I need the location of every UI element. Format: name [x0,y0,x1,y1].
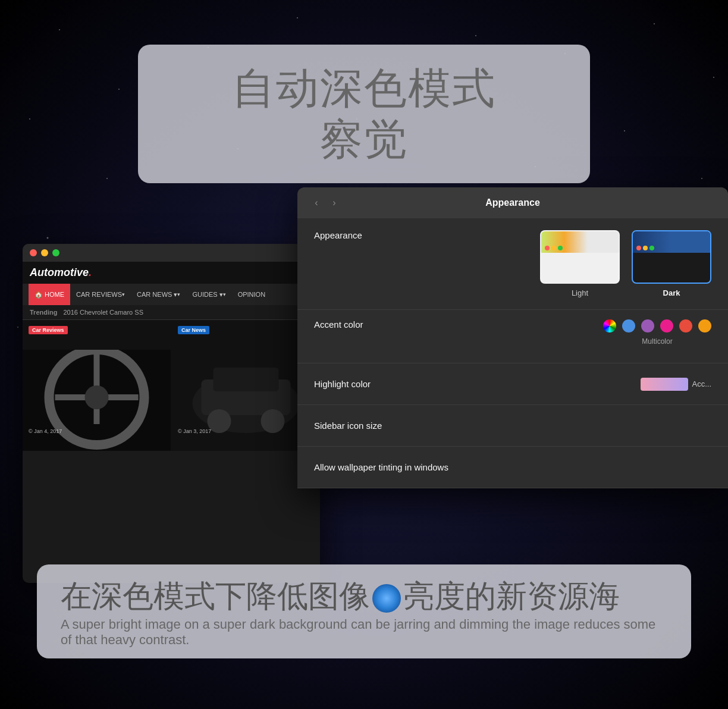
panel-title: Appearance [485,197,540,208]
logo-dot: . [89,266,92,278]
thumb-dot-red2 [636,246,641,250]
card-badge-1: Car Reviews [29,326,68,334]
thumb-dot-yellow2 [643,246,648,250]
svg-point-11 [261,409,285,433]
panel-titlebar: ‹ › Appearance [297,187,728,218]
automotive-nav: Automotive. [23,262,320,284]
minimize-button[interactable] [41,249,48,256]
color-circles [603,319,711,332]
appearance-row: Appearance Light [297,218,728,310]
thumb-dot-red [545,246,550,250]
menu-guides[interactable]: GUIDES ▾ [186,284,231,305]
automotive-window: Automotive. 🏠 HOME CAR REVIEWS CAR NEWS … [23,244,320,583]
dark-option[interactable]: Dark [632,230,711,297]
panel-nav: ‹ › [309,196,341,210]
subtitle-sub: A super bright image on a super dark bac… [61,617,667,648]
menu-opinion[interactable]: OPINION [232,284,271,305]
appearance-panel: ‹ › Appearance Appearance [297,187,728,488]
color-pink[interactable] [660,319,673,332]
thumb-dot-yellow [551,246,556,250]
card-date-2: © Jan 3, 2017 [178,428,211,434]
title-line2: 察觉 [174,114,554,165]
highlight-preview [641,378,688,391]
title-line1: 自动深色模式 [174,62,554,114]
highlight-content: Acc... [421,378,711,391]
accent-color-row: Accent color Multicolor [297,310,728,363]
title-text: 自动深色模式 察觉 [174,62,554,165]
watermark-logo [372,584,401,613]
light-header [541,231,619,253]
menu-home[interactable]: 🏠 HOME [29,284,70,305]
svg-point-4 [85,385,109,409]
thumb-dot-green [558,246,563,250]
svg-rect-9 [214,368,279,391]
maximize-button[interactable] [52,249,59,256]
accent-color-label: Accent color [314,319,421,330]
light-thumbnail[interactable] [540,230,620,284]
window-titlebar [23,244,320,262]
automotive-menu: 🏠 HOME CAR REVIEWS CAR NEWS ▾ GUIDES ▾ O… [23,284,320,305]
color-red[interactable] [679,319,692,332]
title-card: 自动深色模式 察觉 [138,45,590,183]
highlight-label: Highlight color [314,379,421,389]
trending-item: 2016 Chevrolet Camaro SS [63,309,143,316]
trending-label: Trending [30,309,57,316]
dark-thumbnail[interactable] [632,230,711,284]
wallpaper-tinting-label: Allow wallpaper tinting in windows [314,462,513,472]
panel-content: Appearance Light [297,218,728,488]
automotive-logo: Automotive. [30,266,92,279]
highlight-color-row: Highlight color Acc... [297,363,728,405]
dark-header [633,231,710,253]
highlight-value-label: Acc... [692,379,711,388]
nav-back-button[interactable]: ‹ [309,196,324,210]
close-button[interactable] [30,249,37,256]
color-purple[interactable] [641,319,654,332]
subtitle-card: 在深色模式下降低图像亮度的新资源海 A super bright image o… [37,564,691,658]
subtitle-main: 在深色模式下降低图像亮度的新资源海 [61,578,667,614]
wallpaper-tinting-row: Allow wallpaper tinting in windows [297,447,728,488]
appearance-options: Light Dark [421,230,711,297]
multicolor-label: Multicolor [603,337,711,346]
color-blue[interactable] [622,319,635,332]
color-multicolor[interactable] [603,319,616,332]
card-date-1: © Jan 4, 2017 [29,428,62,434]
card-badge-2: Car News [178,326,209,334]
sidebar-icon-label: Sidebar icon size [314,421,421,431]
thumb-dot-green2 [649,246,654,250]
light-option[interactable]: Light [540,230,620,297]
menu-car-reviews[interactable]: CAR REVIEWS [70,284,131,305]
svg-rect-5 [23,320,171,350]
nav-forward-button[interactable]: › [327,196,341,210]
light-label: Light [572,288,588,297]
dark-label: Dark [663,288,680,297]
trending-bar: Trending 2016 Chevrolet Camaro SS [23,305,320,320]
appearance-label: Appearance [314,230,421,240]
automotive-content: Car Reviews © Jan 4, 2017 Car News © Jan… [23,320,320,451]
accent-color-content: Multicolor [421,319,711,346]
color-orange[interactable] [698,319,711,332]
auto-card-1[interactable]: Car Reviews © Jan 4, 2017 [23,320,171,451]
menu-car-news[interactable]: CAR NEWS ▾ [131,284,186,305]
sidebar-icon-size-row: Sidebar icon size [297,405,728,447]
